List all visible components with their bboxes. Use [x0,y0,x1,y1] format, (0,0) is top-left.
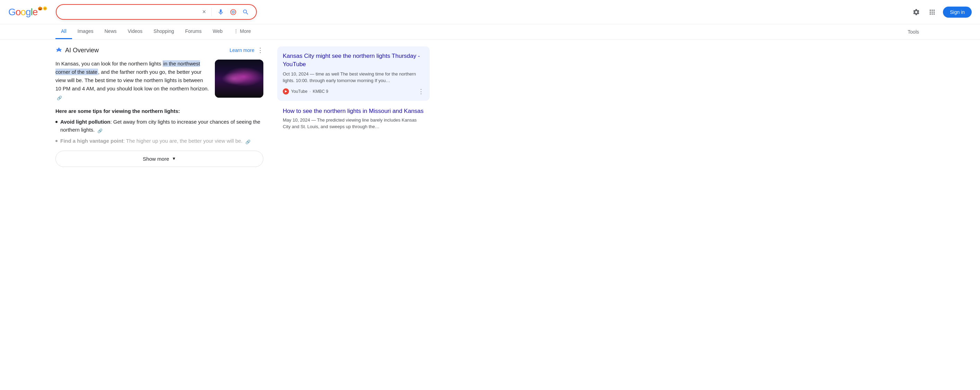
lens-button[interactable] [228,8,238,16]
logo-o1: o [16,6,21,17]
voice-search-button[interactable] [216,8,226,16]
lens-icon [230,9,237,16]
apps-button[interactable] [927,7,937,17]
result-card-2: How to see the northern lights in Missou… [277,102,430,136]
ai-tip-text-2: Find a high vantage point: The higher up… [60,137,250,145]
result-snippet-1: Oct 10, 2024 — time as well The best vie… [283,71,424,84]
list-item: Avoid light pollution: Get away from cit… [56,118,263,134]
logo-g: G [8,6,16,17]
tab-shopping[interactable]: Shopping [148,24,180,39]
result-title-1[interactable]: Kansas City might see the northern light… [283,52,424,68]
mic-icon [217,9,224,16]
tab-all[interactable]: All [56,24,72,39]
ai-diamond-icon [56,47,62,54]
ai-overview-text: In Kansas, you can look for the northern… [56,60,209,101]
show-more-button[interactable]: Show more ▼ [56,151,263,167]
divider [212,8,212,16]
settings-button[interactable] [911,7,921,17]
main-content: AI Overview Learn more ⋮ In Kansas, you … [0,40,485,174]
ai-overview-title-area: AI Overview [56,47,99,54]
ai-overview-panel: AI Overview Learn more ⋮ In Kansas, you … [56,46,263,167]
search-button[interactable] [241,8,251,16]
header-right: Sign in [911,6,972,17]
sign-in-button[interactable]: Sign in [943,6,972,17]
ai-overview-title: AI Overview [65,47,99,54]
tip-bold-2: Find a high vantage point [60,138,123,144]
result-snippet-2: May 10, 2024 — The predicted viewing lin… [283,117,424,130]
tab-forums[interactable]: Forums [180,24,207,39]
result-card-1: Kansas City might see the northern light… [277,46,430,101]
search-box: where to look for northern lights in kan… [56,4,257,20]
citation-icon-2: 🔗 [245,139,250,144]
source-pub-1: KMBC 9 [313,89,329,94]
clear-button[interactable]: × [201,8,208,16]
show-more-label: Show more [143,156,169,162]
result-more-button-1[interactable]: ⋮ [418,88,424,95]
google-logo: Google 🎃🌞 [8,6,48,17]
source-dot-1: · [309,89,310,94]
tab-news[interactable]: News [99,24,122,39]
bullet-dot [56,140,57,142]
youtube-icon: ▶ [283,88,289,95]
ai-tip-text-1: Avoid light pollution: Get away from cit… [60,118,263,134]
ai-tips-list: Avoid light pollution: Get away from cit… [56,118,263,145]
tab-images[interactable]: Images [72,24,99,39]
logo-o2: o [21,6,25,17]
ai-text-before: In Kansas, you can look for the northern… [56,60,162,67]
logo-g2: g [25,6,31,17]
aurora-image [215,60,263,98]
tab-more[interactable]: ⋮ More [228,24,256,39]
logo-emoji: 🎃🌞 [38,6,48,11]
ai-body: In Kansas, you can look for the northern… [56,60,263,101]
tab-web[interactable]: Web [207,24,228,39]
right-panel: Kansas City might see the northern light… [277,46,430,167]
more-dots-icon: ⋮ [234,29,239,34]
apps-icon [928,8,936,16]
aurora-visual [215,60,263,98]
header: Google 🎃🌞 where to look for northern lig… [0,0,980,24]
ai-tips-section: Here are some tips for viewing the north… [56,108,263,145]
ai-tips-header: Here are some tips for viewing the north… [56,108,263,114]
nav-tabs: All Images News Videos Shopping Forums W… [0,24,980,40]
bullet-dot [56,121,57,123]
source-name-1: YouTube [291,89,307,94]
tools-tab[interactable]: Tools [902,25,924,39]
chevron-down-icon: ▼ [172,156,176,161]
citation-link-icon: 🔗 [57,95,62,100]
citation-icon-1: 🔗 [97,128,102,133]
search-input[interactable]: where to look for northern lights in kan… [62,9,198,15]
tab-videos[interactable]: Videos [123,24,148,39]
learn-more-link[interactable]: Learn more [229,48,255,53]
ai-overview-header: AI Overview Learn more ⋮ [56,46,263,54]
svg-point-2 [233,11,234,13]
result-title-2[interactable]: How to see the northern lights in Missou… [283,108,424,115]
logo-e: e [33,6,38,17]
list-item: Find a high vantage point: The higher up… [56,137,263,145]
search-icon [242,9,249,16]
gear-icon [912,8,920,16]
ai-overview-more-button[interactable]: ⋮ [257,46,263,54]
tip-rest-2: : The higher up you are, the better your… [123,138,243,144]
ai-overview-actions: Learn more ⋮ [229,46,263,54]
tip-bold-1: Avoid light pollution [60,119,110,125]
result-source-1: ▶ YouTube · KMBC 9 ⋮ [283,88,424,95]
